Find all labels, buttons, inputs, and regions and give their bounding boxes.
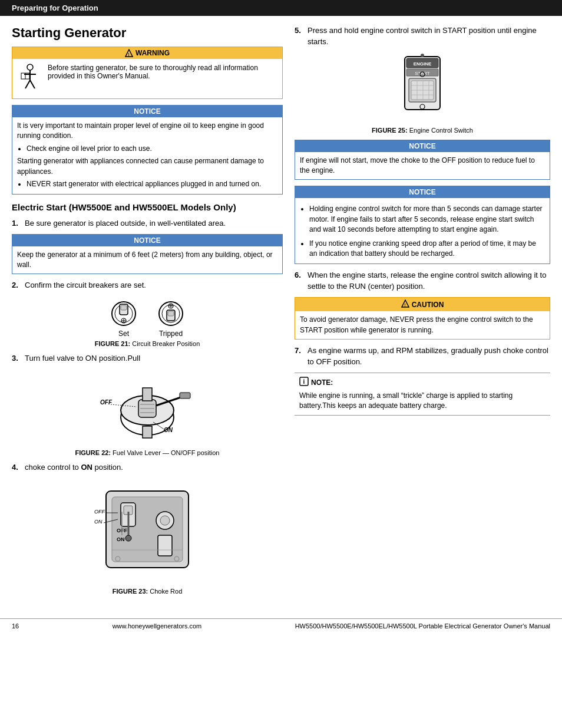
svg-text:!: !	[128, 52, 129, 57]
figure21-container: Set Tripped	[12, 297, 283, 347]
step1-text: Be sure generator is placed outside, in …	[25, 218, 226, 229]
svg-point-47	[160, 516, 170, 525]
step2-text: Confirm the circuit breakers are set.	[25, 280, 146, 291]
figure23-caption: FIGURE 23: Choke Rod	[12, 588, 283, 595]
header-title: Preparing for Operation	[12, 4, 98, 12]
step4-num: 4.	[12, 462, 21, 473]
figure22-label: FIGURE 22:	[75, 449, 111, 456]
svg-rect-27	[180, 393, 190, 398]
notice1-list2: NEVER start generator with electrical ap…	[27, 179, 277, 189]
notice-header-1: NOTICE	[12, 106, 282, 117]
svg-text:ENGINE: ENGINE	[414, 61, 432, 67]
breaker-tripped-icon	[156, 297, 186, 330]
svg-point-2	[27, 64, 33, 70]
choke-rod-figure: OFF ON OFF ON	[88, 479, 206, 585]
breaker-set-label: Set	[118, 330, 129, 338]
warning-header: ! WARNING	[12, 47, 282, 59]
notice1-bullet2: NEVER start generator with electrical ap…	[27, 179, 277, 189]
svg-text:ON: ON	[94, 519, 103, 525]
step6-num: 6.	[295, 270, 304, 292]
notice1-bullet1: Check engine oil level prior to each use…	[27, 144, 277, 154]
svg-text:OFF: OFF	[94, 509, 105, 515]
svg-text:i: i	[303, 378, 305, 385]
step4-item: 4. choke control to ON position.	[12, 462, 283, 473]
warning-box: ! WARNING	[12, 47, 283, 99]
figure23-label: FIGURE 23:	[113, 588, 148, 595]
notice-header-4: NOTICE	[295, 186, 550, 198]
warning-text: Before starting generator, be sure to th…	[48, 64, 276, 80]
footer-website: www.honeywellgenerators.com	[113, 622, 202, 630]
svg-rect-48	[158, 535, 172, 556]
svg-rect-19	[168, 311, 174, 316]
breaker-set: Set	[109, 297, 138, 338]
figure22-container: OFF ON FIGURE 22: Fuel Valve Lever — ON/…	[12, 370, 283, 456]
step5-text: Press and hold engine control switch in …	[308, 25, 550, 48]
svg-rect-12	[121, 305, 127, 310]
page-header: Preparing for Operation	[0, 0, 562, 16]
figure23-container: OFF ON OFF ON	[12, 479, 283, 595]
step5-num: 5.	[295, 25, 304, 48]
engine-control-figure: ENGINE START	[390, 54, 455, 124]
notice-body-4: Holding engine control switch for more t…	[295, 198, 550, 263]
step3-num: 3.	[12, 353, 21, 364]
figure23-text: Choke Rod	[150, 588, 182, 595]
step4-text: choke control to ON position.	[25, 462, 123, 473]
footer-manual-title: HW5500/HW5500E/HW5500EL/HW5500L Portable…	[295, 622, 550, 630]
svg-text:OFF: OFF	[100, 399, 113, 406]
caution-triangle-icon: !	[401, 299, 409, 309]
svg-rect-32	[143, 426, 152, 438]
notice-header-2: NOTICE	[12, 235, 282, 246]
notice-body-1: It is very important to maintain proper …	[12, 117, 282, 194]
note-box: i NOTE: While engine is running, a small…	[295, 373, 550, 416]
svg-line-6	[30, 80, 35, 88]
step2-num: 2.	[12, 280, 21, 291]
warning-person-icon	[18, 64, 42, 94]
footer-page-num: 16	[12, 622, 19, 630]
step6-item: 6. When the engine starts, release the e…	[295, 270, 550, 292]
step3-item: 3. Turn fuel valve to ON position.Pull	[12, 353, 283, 364]
step7-text: As engine warms up, and RPM stabilizes, …	[308, 345, 550, 368]
note-text: While engine is running, a small “trickl…	[299, 391, 546, 411]
circuit-breaker-figure: Set Tripped	[12, 297, 283, 338]
notice1-list1: Check engine oil level prior to each use…	[27, 144, 277, 154]
breaker-set-icon	[109, 297, 138, 330]
notice-body-2: Keep the generator at a minimum of 6 fee…	[12, 246, 282, 274]
notice1-line2: Starting generator with appliances conne…	[17, 156, 277, 177]
warning-label: WARNING	[135, 49, 170, 57]
figure22-text: Fuel Valve Lever — ON/OFF position	[113, 449, 219, 456]
figure21-text: Circuit Breaker Position	[132, 340, 200, 347]
step3-text: Turn fuel valve to ON position.Pull	[25, 353, 140, 364]
svg-text:ON: ON	[164, 427, 173, 433]
figure22-caption: FIGURE 22: Fuel Valve Lever — ON/OFF pos…	[12, 449, 283, 456]
breaker-tripped: Tripped	[156, 297, 186, 338]
step6-text: When the engine starts, release the engi…	[308, 270, 550, 292]
svg-text:ON: ON	[117, 536, 125, 542]
step1-num: 1.	[12, 218, 21, 229]
figure25-caption: FIGURE 25: Engine Control Switch	[295, 127, 550, 134]
figure21-caption: FIGURE 21: Circuit Breaker Position	[12, 340, 283, 347]
svg-rect-33	[143, 388, 152, 401]
svg-text:START: START	[415, 71, 430, 76]
breaker-tripped-label: Tripped	[159, 330, 183, 338]
note-label: NOTE:	[311, 378, 333, 388]
step1-item: 1. Be sure generator is placed outside, …	[12, 218, 283, 229]
left-column: Starting Generator ! WARNING	[12, 25, 283, 601]
caution-box: ! CAUTION To avoid generator damage, NEV…	[295, 297, 550, 340]
svg-text:!: !	[404, 303, 405, 307]
notice4-list: Holding engine control switch for more t…	[309, 204, 545, 259]
notice-box-1: NOTICE It is very important to maintain …	[12, 105, 283, 195]
figure25-text: Engine Control Switch	[409, 127, 473, 134]
step5-item: 5. Press and hold engine control switch …	[295, 25, 550, 48]
notice-box-2: NOTICE Keep the generator at a minimum o…	[12, 234, 283, 275]
notice-body-3: If engine will not start, move the choke…	[295, 152, 550, 180]
figure25-label: FIGURE 25:	[372, 127, 408, 134]
step7-num: 7.	[295, 345, 304, 368]
notice4-bullet1: Holding engine control switch for more t…	[309, 204, 545, 235]
note-title: i NOTE:	[299, 377, 546, 389]
caution-label: CAUTION	[412, 301, 444, 309]
notice4-bullet2: If you notice engine cranking speed drop…	[309, 239, 545, 259]
note-icon: i	[299, 377, 309, 389]
notice-box-3: NOTICE If engine will not start, move th…	[295, 140, 550, 180]
svg-point-71	[421, 54, 424, 57]
warning-triangle-icon: !	[125, 49, 133, 57]
